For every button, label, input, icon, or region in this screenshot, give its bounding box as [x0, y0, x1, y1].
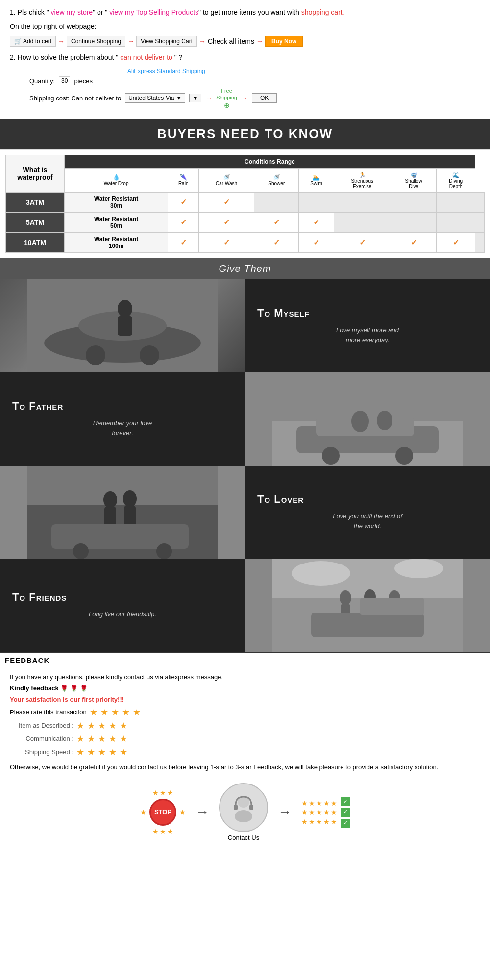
- dropdown-button[interactable]: ▼: [189, 94, 201, 102]
- headset-circle: [219, 783, 268, 832]
- gift-dark-friends: To Friends Long live our friendship.: [0, 559, 245, 652]
- bad-stars-row3: ★ ★ ★: [152, 828, 173, 835]
- svg-point-28: [394, 559, 443, 578]
- bad-star-5: ★: [179, 808, 186, 816]
- svg-point-38: [235, 810, 252, 822]
- good-star-13: ★: [316, 818, 322, 826]
- bad-star-7: ★: [160, 828, 166, 835]
- bottom-flow: ★ ★ ★ ★ STOP ★ ★ ★ ★ →: [10, 776, 480, 849]
- check-box-1: ✓: [341, 797, 350, 806]
- headset-section: Contact Us: [219, 783, 268, 841]
- arrow-3: →: [199, 37, 206, 45]
- star-main-5: ★: [133, 707, 141, 718]
- buy-now-button[interactable]: Buy Now: [265, 36, 303, 47]
- country-name: United States: [128, 95, 164, 101]
- bad-star-2: ★: [160, 789, 166, 797]
- link-top-selling[interactable]: view my Top Selling Products: [109, 8, 198, 16]
- svg-point-4: [140, 345, 159, 365]
- water-drop-icon: 💧: [67, 174, 166, 181]
- kindly-feedback-text: Kindly feedback 🌹 🌹 🌹: [10, 685, 480, 692]
- good-star-9: ★: [323, 808, 330, 816]
- gift-dark-lover: To Lover Love you until the end ofthe wo…: [245, 466, 490, 559]
- check-box-2: ✓: [341, 808, 350, 817]
- svg-point-17: [103, 491, 117, 508]
- good-star-8: ★: [316, 808, 322, 816]
- rain-icon: 🌂: [170, 174, 196, 181]
- good-star-11: ★: [301, 818, 308, 826]
- view-cart-button[interactable]: View Shopping Cart: [136, 36, 197, 47]
- continue-shopping-button[interactable]: Continue Shopping: [67, 36, 125, 47]
- good-stars-row2: ★ ★ ★ ★ ★: [301, 808, 337, 816]
- pieces-label: pieces: [74, 77, 93, 85]
- bad-star-3: ★: [167, 789, 173, 797]
- shipping-row: Shipping cost: Can not deliver to United…: [29, 87, 480, 109]
- good-stars-row3: ★ ★ ★ ★ ★: [301, 818, 337, 826]
- svg-point-29: [340, 590, 351, 605]
- col-shallow-dive: 🤿 ShallowDive: [391, 168, 437, 192]
- star-ship-1: ★: [76, 747, 84, 758]
- svg-rect-35: [311, 612, 424, 637]
- gift-sub-lover: Love you until the end ofthe world.: [257, 512, 478, 531]
- check-5atm-1: ✓: [168, 212, 199, 232]
- svg-rect-39: [234, 805, 238, 810]
- gift-sub-father: Remember your loveforever.: [12, 418, 233, 438]
- svg-point-22: [73, 543, 89, 559]
- star-main-4: ★: [122, 707, 130, 718]
- good-star-2: ★: [309, 799, 315, 807]
- item-described-row: Item as Described : ★ ★ ★ ★ ★: [10, 720, 480, 731]
- svg-rect-36: [360, 598, 424, 615]
- gift-title-friends: To Friends: [12, 591, 233, 604]
- gray-5atm-5: [334, 212, 391, 232]
- link-store[interactable]: view my store: [51, 8, 93, 16]
- check-10atm-3: ✓: [254, 232, 299, 252]
- good-stars-col: ★ ★ ★ ★ ★ ★ ★ ★ ★ ★ ★ ★ ★ ★: [301, 799, 337, 826]
- good-star-4: ★: [323, 799, 330, 807]
- svg-rect-6: [118, 316, 132, 336]
- gift-title-father: To Father: [12, 400, 233, 413]
- arrow-1: →: [58, 37, 65, 45]
- check-10atm-5: ✓: [334, 232, 391, 252]
- add-to-cert-button[interactable]: 🛒 Add to cert: [10, 36, 56, 47]
- svg-point-12: [395, 447, 413, 465]
- instructions-section: 1. Pls chick " view my store" or " view …: [0, 0, 490, 119]
- bad-star-1: ★: [152, 789, 159, 797]
- feedback-message: If you have any questions, please kindly…: [10, 673, 480, 681]
- otherwise-text: Otherwise, we would be grateful if you w…: [10, 762, 480, 772]
- free-shipping-text: FreeShipping: [216, 87, 237, 101]
- gray-3atm-4: [299, 192, 334, 212]
- ok-button[interactable]: OK: [252, 93, 277, 103]
- col-car-wash: 🚿 Car Wash: [199, 168, 254, 192]
- swim-label: Swim: [301, 181, 331, 186]
- col-strenuous: 🏃 StrenuousExercise: [334, 168, 391, 192]
- check-10atm-2: ✓: [199, 232, 254, 252]
- photo-father-placeholder: [245, 372, 490, 466]
- gray-3atm-3: [254, 192, 299, 212]
- contact-us-label: Contact Us: [228, 834, 259, 841]
- svg-point-3: [86, 345, 105, 365]
- bad-star-6: ★: [152, 828, 159, 835]
- check-item-3: ✓: [341, 819, 350, 828]
- gray-5atm-7: [437, 212, 475, 232]
- car-wash-label: Car Wash: [201, 181, 252, 186]
- star-item-3: ★: [98, 720, 106, 731]
- arrow-ship: →: [205, 94, 212, 102]
- what-is-waterproof-cell: What iswaterproof: [6, 155, 65, 192]
- strenuous-label: StrenuousExercise: [336, 178, 389, 189]
- communication-row: Communication : ★ ★ ★ ★ ★: [10, 734, 480, 744]
- step1b-text: On the top right of webpage:: [10, 22, 480, 32]
- check-item-2: ✓: [341, 808, 350, 817]
- svg-rect-40: [249, 805, 253, 810]
- good-star-15: ★: [331, 818, 337, 826]
- check-10atm-1: ✓: [168, 232, 199, 252]
- gray-3atm-8: [475, 192, 484, 212]
- stop-sign: STOP: [149, 799, 176, 826]
- photo-myself-placeholder: [0, 279, 245, 372]
- gray-3atm-6: [391, 192, 437, 212]
- gift-sub-myself: Love myself more andmore everyday.: [257, 325, 478, 344]
- diving-depth-icon: 🌊: [439, 172, 472, 178]
- star-comm-4: ★: [109, 734, 117, 744]
- feedback-header-section: FEEDBACK: [0, 652, 490, 667]
- gray-3atm-7: [437, 192, 475, 212]
- gift-photo-myself: [0, 279, 245, 372]
- gift-grid: To Myself Love myself more andmore every…: [0, 279, 490, 652]
